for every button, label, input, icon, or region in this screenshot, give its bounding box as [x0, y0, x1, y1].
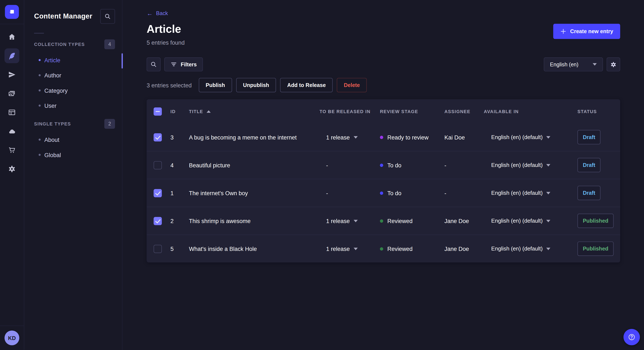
- chevron-down-icon: [354, 220, 358, 222]
- cart-icon[interactable]: [4, 143, 19, 157]
- row-release-dropdown[interactable]: 1 release: [320, 245, 380, 252]
- row-locale-dropdown[interactable]: English (en) (default): [484, 134, 578, 140]
- status-badge: Draft: [578, 186, 601, 200]
- row-locale-dropdown[interactable]: English (en) (default): [484, 190, 578, 196]
- row-checkbox[interactable]: [154, 217, 162, 225]
- page-title: Article: [146, 23, 620, 36]
- settings-icon[interactable]: [4, 162, 19, 176]
- row-review-stage: Reviewed: [380, 245, 444, 252]
- row-locale-value: English (en) (default): [491, 162, 543, 168]
- strapi-logo-button[interactable]: [0, 0, 24, 24]
- help-button[interactable]: [624, 329, 640, 345]
- row-stage-label: Reviewed: [388, 217, 413, 224]
- send-icon[interactable]: [4, 67, 19, 82]
- status-badge: Published: [578, 242, 614, 256]
- row-assignee: -: [444, 190, 484, 196]
- row-locale-dropdown[interactable]: English (en) (default): [484, 218, 578, 224]
- rail-footer: KD: [0, 326, 24, 350]
- bullet-icon: [38, 74, 41, 76]
- column-header-id[interactable]: ID: [170, 109, 189, 114]
- row-id: 3: [170, 134, 189, 141]
- publish-button[interactable]: Publish: [199, 78, 232, 92]
- filters-button[interactable]: Filters: [164, 57, 203, 71]
- filter-icon: [170, 61, 177, 68]
- row-checkbox[interactable]: [154, 245, 162, 253]
- table-row[interactable]: 5 What's inside a Black Hole 1 release R…: [146, 234, 620, 262]
- row-title: Beautiful picture: [189, 162, 320, 169]
- filters-label: Filters: [181, 61, 197, 67]
- sidebar-item-about[interactable]: About: [24, 132, 122, 147]
- sidebar-item-article[interactable]: Article: [24, 52, 122, 68]
- column-header-available-in[interactable]: AVAILABLE IN: [484, 109, 578, 114]
- sidebar-item-user[interactable]: User: [24, 98, 122, 113]
- row-release-dropdown[interactable]: 1 release: [320, 217, 380, 224]
- row-status: Published: [578, 214, 620, 228]
- row-stage-label: Ready to review: [388, 134, 429, 141]
- single-types-count-badge: 2: [104, 119, 115, 129]
- select-all-checkbox[interactable]: [154, 107, 162, 116]
- view-settings-button[interactable]: [606, 57, 620, 71]
- strapi-logo: [5, 5, 19, 19]
- row-locale-dropdown[interactable]: English (en) (default): [484, 162, 578, 168]
- column-header-assignee[interactable]: ASSIGNEE: [444, 109, 484, 114]
- locale-selected-value: English (en): [550, 61, 578, 67]
- user-avatar[interactable]: KD: [4, 331, 19, 345]
- nav-rail: KD: [0, 0, 24, 350]
- create-new-entry-label: Create new entry: [570, 28, 613, 34]
- sidebar-item-label: Category: [44, 87, 68, 94]
- sidebar-item-author[interactable]: Author: [24, 68, 122, 83]
- row-locale-value: English (en) (default): [491, 134, 543, 140]
- sidebar-item-label: User: [44, 102, 56, 109]
- layout-icon[interactable]: [4, 105, 19, 120]
- row-review-stage: Ready to review: [380, 134, 444, 141]
- home-icon[interactable]: [4, 29, 19, 44]
- delete-button[interactable]: Delete: [337, 78, 367, 92]
- cloud-icon[interactable]: [4, 124, 19, 138]
- chevron-down-icon: [546, 192, 550, 194]
- stage-dot: [380, 219, 383, 222]
- row-locale-dropdown[interactable]: English (en) (default): [484, 246, 578, 252]
- row-release-value: 1 release: [326, 134, 350, 141]
- sidebar-item-label: Article: [44, 57, 60, 63]
- locale-select[interactable]: English (en): [544, 57, 603, 71]
- column-header-review-stage[interactable]: REVIEW STAGE: [380, 109, 444, 114]
- sidebar-item-category[interactable]: Category: [24, 83, 122, 98]
- table-body: 3 A bug is becoming a meme on the intern…: [146, 123, 620, 262]
- row-checkbox[interactable]: [154, 189, 162, 197]
- chevron-down-icon: [593, 63, 597, 66]
- sidebar-divider: [34, 33, 44, 34]
- row-title: A bug is becoming a meme on the internet: [189, 134, 320, 141]
- table-row[interactable]: 3 A bug is becoming a meme on the intern…: [146, 123, 620, 151]
- column-header-status[interactable]: STATUS: [578, 109, 620, 114]
- table-row[interactable]: 4 Beautiful picture - To do - English (e…: [146, 151, 620, 179]
- row-locale-value: English (en) (default): [491, 246, 543, 252]
- column-header-title[interactable]: TITLE: [189, 109, 320, 114]
- sidebar-search-button[interactable]: [100, 9, 115, 24]
- media-library-icon[interactable]: [4, 86, 19, 101]
- create-new-entry-button[interactable]: Create new entry: [553, 24, 620, 39]
- chevron-down-icon: [546, 164, 550, 166]
- unpublish-button[interactable]: Unpublish: [236, 78, 276, 92]
- column-header-release[interactable]: TO BE RELEASED IN: [320, 109, 380, 114]
- chevron-down-icon: [546, 136, 550, 138]
- row-id: 1: [170, 190, 189, 196]
- row-stage-label: To do: [388, 190, 402, 196]
- row-id: 4: [170, 162, 189, 169]
- row-review-stage: Reviewed: [380, 217, 444, 224]
- table-row[interactable]: 1 The internet's Own boy - To do - Engli…: [146, 179, 620, 207]
- row-checkbox[interactable]: [154, 133, 162, 141]
- sidebar-item-global[interactable]: Global: [24, 147, 122, 162]
- add-to-release-button[interactable]: Add to Release: [280, 78, 333, 92]
- bullet-icon: [38, 154, 41, 156]
- row-checkbox[interactable]: [154, 161, 162, 169]
- collection-types-count-badge: 4: [104, 39, 115, 49]
- search-button[interactable]: [146, 57, 160, 71]
- back-link[interactable]: ← Back: [146, 10, 168, 16]
- row-release-value: 1 release: [326, 217, 350, 224]
- row-release-value: -: [326, 190, 328, 196]
- feather-icon[interactable]: [4, 48, 19, 63]
- section-label-collection-types: COLLECTION TYPES: [34, 42, 85, 47]
- sidebar-item-label: Author: [44, 72, 61, 78]
- table-row[interactable]: 2 This shrimp is awesome 1 release Revie…: [146, 207, 620, 234]
- row-release-dropdown[interactable]: 1 release: [320, 134, 380, 141]
